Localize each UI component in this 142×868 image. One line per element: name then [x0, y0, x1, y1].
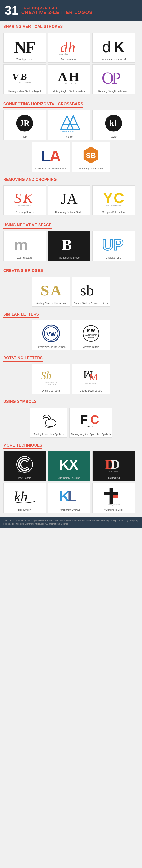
svg-text:YELLOW STROKE: YELLOW STROKE	[106, 205, 121, 207]
logo-label-kh: Handwritten	[18, 508, 31, 512]
logo-visual-cc: COMEDY CENTRAL	[5, 454, 44, 475]
logo-svg-swan	[38, 411, 59, 430]
logo-visual-op: O P	[94, 67, 133, 88]
svg-text:P: P	[112, 69, 121, 87]
svg-text:H: H	[69, 70, 79, 84]
svg-marker-17	[61, 116, 73, 130]
logo-visual-fc: F C FIT CAT	[71, 410, 111, 431]
logo-label-nf: Two Uppercase	[16, 58, 33, 61]
section-title-rotating: Rotating Letters	[3, 356, 43, 362]
logo-visual-up: U P	[94, 234, 133, 255]
logo-label-b: Manipulating Space	[59, 256, 79, 259]
footer: All logos are property of their respecti…	[0, 517, 142, 528]
logo-label-dk: Lowercase-Uppercase Mix	[100, 58, 127, 61]
svg-text:SB: SB	[86, 152, 96, 159]
logo-svg-jr: JR	[15, 114, 34, 133]
svg-text:COMEDY CENTRAL: COMEDY CENTRAL	[18, 471, 31, 472]
section-bridges: Creating Bridges S A Adding Shapes/ Illu…	[0, 265, 142, 308]
logo-svg-ah2: ALUREZA HOLDING CO.	[57, 114, 81, 133]
section-rotating: Rotating Letters Sh SPARHANGER HORSECARE…	[0, 352, 142, 396]
section-connecting: Connecting Horizontal Crossbars JR Top	[0, 98, 142, 174]
logo-label-am: Upside-Down Letters	[80, 389, 102, 392]
svg-text:C: C	[114, 190, 124, 206]
header-line2: CREATIVE 2-LETTER LOGOS	[21, 10, 93, 15]
logo-label-vw: Letters with Similar Strokes	[37, 345, 65, 348]
logo-svg-am: M M ART MACHINE	[77, 368, 105, 386]
section-title-similar: Similar Letters	[3, 312, 39, 318]
logo-svg-sb: SB	[81, 146, 100, 164]
logo-visual-jr: JR	[5, 113, 44, 134]
svg-text:MARKWEAVER: MARKWEAVER	[85, 334, 97, 336]
logo-cell-kx: K X Just Barely Touching	[48, 451, 90, 481]
logo-visual-sb2: sb	[74, 279, 108, 301]
svg-text:HORSECARE: HORSECARE	[46, 383, 56, 385]
logo-cell-dd: D D DIANA DOGG Interlocking	[92, 451, 135, 481]
svg-text:C: C	[90, 413, 99, 427]
logo-grid-negative: m Adding Space B Manipulating Space	[3, 231, 139, 261]
logo-cell-ah: A H ALAN HANNAH Making Angled Strokes Ve…	[48, 64, 90, 94]
logo-visual-ja: J A	[49, 188, 89, 209]
svg-rect-72	[113, 495, 118, 498]
logo-svg-dh: d h diana fuller	[59, 36, 80, 55]
logo-grid-connecting: JR Top ALUREZA HOLDING CO. Middle	[3, 110, 139, 140]
svg-text:SPARHANGER: SPARHANGER	[45, 381, 57, 383]
logo-label-up: Unbroken Line	[106, 256, 121, 259]
logo-visual-nf: N F	[5, 35, 44, 56]
logo-svg-kh: kh	[13, 487, 36, 506]
header-line1: TECHNIQUES FOR	[21, 6, 93, 10]
logo-cell-am: M M ART MACHINE Upside-Down Letters	[72, 364, 110, 394]
logo-visual-ah2: ALUREZA HOLDING CO.	[49, 113, 89, 134]
logo-visual-kx: K X	[49, 454, 89, 475]
logo-cell-fc: F C FIT CAT Turning Negative Space Into …	[69, 408, 112, 438]
logo-cell-sk: S K KLOPPENSTEIN Removing Strokes	[3, 185, 46, 215]
logo-visual-vb: V B VILLABOUND	[5, 67, 44, 88]
section-more: More Techniques COMEDY CENTRAL Inset Let…	[0, 439, 142, 517]
section-title-sharing: Sharing Vertical Strokes	[3, 25, 63, 30]
logo-visual-sh: Sh SPARHANGER HORSECARE	[34, 367, 68, 388]
svg-text:K: K	[59, 457, 69, 473]
logo-cell-kl2: K L Transparent Overlap	[48, 483, 90, 513]
logo-svg-up: U P	[102, 235, 125, 254]
svg-text:JR: JR	[19, 119, 30, 128]
logo-visual-m: m	[5, 234, 44, 255]
header-text: TECHNIQUES FOR CREATIVE 2-LETTER LOGOS	[21, 6, 93, 15]
logo-label-dh: Two Lowercase	[61, 58, 77, 61]
logo-label-ah: Making Angled Strokes Vertical	[53, 90, 86, 93]
svg-text:h: h	[68, 39, 75, 55]
logo-visual-b: B	[49, 234, 89, 255]
logo-grid-removing: S K KLOPPENSTEIN Removing Strokes J A Re…	[3, 185, 139, 215]
section-negative-space: Using Negative Space m Adding Space B Ma	[0, 219, 142, 265]
logo-cell-sa: S A Adding Shapes/ Illustrations	[32, 277, 70, 307]
svg-text:K: K	[23, 190, 33, 206]
logo-visual-tc: Tommy Chandra	[94, 486, 133, 507]
logo-cell-kl: kl Lower	[92, 110, 135, 140]
svg-text:Tommy Chandra: Tommy Chandra	[108, 504, 120, 506]
logo-grid: N F Two Uppercase d h diana fuller Two L…	[3, 33, 139, 63]
logo-label-kl: Lower	[110, 135, 117, 138]
logo-svg-sa: S A	[40, 280, 63, 299]
svg-text:J: J	[61, 190, 67, 207]
logo-label-dd: Interlocking	[108, 476, 120, 479]
svg-text:P: P	[113, 236, 123, 253]
logo-cell-ja: J A Removing Part of a Stroke	[48, 185, 90, 215]
svg-marker-18	[67, 116, 79, 130]
logo-svg-b: B	[60, 235, 78, 254]
logo-visual-sb: SB	[74, 145, 108, 166]
logo-grid-bridges: S A Adding Shapes/ Illustrations sb Curv…	[3, 277, 139, 307]
svg-text:ALUREZA HOLDING CO.: ALUREZA HOLDING CO.	[60, 131, 78, 133]
logo-svg-la: L A	[41, 146, 62, 164]
section-title-removing: Removing and Cropping	[3, 178, 57, 183]
logo-visual-kh: kh	[5, 486, 44, 507]
logo-visual-dk: d K	[94, 35, 133, 56]
logo-cell-b: B Manipulating Space	[48, 231, 90, 261]
logo-svg-dk: d K	[102, 36, 125, 55]
main-container: 31 TECHNIQUES FOR CREATIVE 2-LETTER LOGO…	[0, 0, 142, 528]
logo-svg-nf: N F	[13, 36, 37, 55]
logo-cell-swan: Turning Letters into Symbols	[30, 408, 68, 438]
svg-text:Sh: Sh	[41, 370, 52, 382]
header: 31 TECHNIQUES FOR CREATIVE 2-LETTER LOGO…	[0, 0, 142, 21]
svg-text:F: F	[80, 413, 88, 427]
logo-svg-op: O P	[102, 68, 125, 87]
svg-text:S: S	[41, 282, 49, 299]
svg-text:S: S	[14, 190, 22, 206]
